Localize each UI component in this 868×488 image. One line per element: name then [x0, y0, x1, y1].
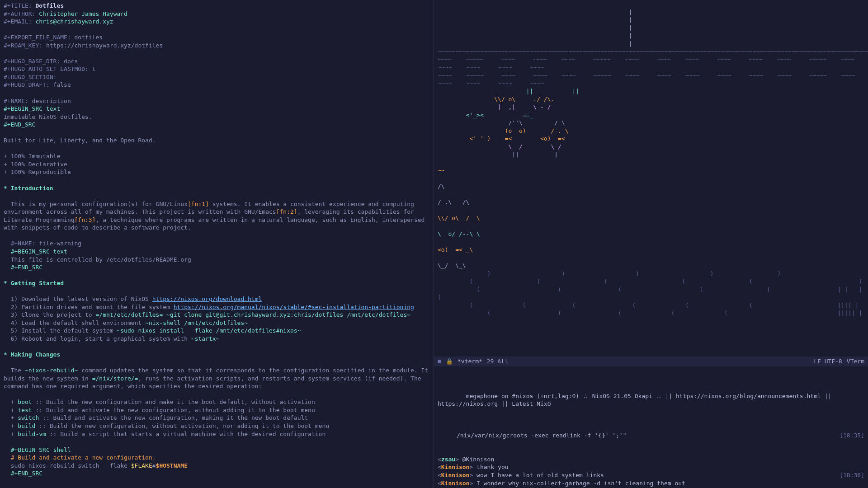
encoding: LF UTF-8: [814, 357, 842, 366]
vterm-content: | | | |: [434, 0, 868, 366]
irc-nick: Kinnison: [441, 464, 470, 470]
org-buffer[interactable]: #+TITLE: Dotfiles #+AUTHOR: Christopher …: [0, 0, 434, 488]
irc-nick: Kinnison: [441, 472, 470, 479]
statusbar-vterm: 🔒 *vterm* 29 All LF UTF-8 VTerm: [434, 357, 868, 366]
irc-line: <Kinnison> I wonder why nix-collect-garb…: [438, 479, 864, 488]
irc-line: [18:36]<Kinnison> wow I have a lot of ol…: [438, 471, 864, 479]
vterm-buffer[interactable]: | | | |: [434, 0, 868, 366]
irc-line: <Kinnison> thank you: [438, 463, 864, 471]
timestamp: [18:35]: [840, 432, 864, 440]
irc-nick: Kinnison: [441, 480, 470, 487]
irc-buffer[interactable]: megaphone on #nixos (+nrt,lag:0) ⛬ NixOS…: [434, 366, 868, 488]
irc-topic: megaphone on #nixos (+nrt,lag:0) ⛬ NixOS…: [438, 384, 864, 416]
org-text: #+TITLE: Dotfiles #+AUTHOR: Christopher …: [4, 2, 430, 478]
org-content: #+TITLE: Dotfiles #+AUTHOR: Christopher …: [4, 2, 430, 488]
ascii-art: | | | |: [438, 8, 864, 317]
major-mode: VTerm: [847, 357, 864, 366]
timestamp: [18:36]: [840, 471, 864, 479]
irc-nick: zsau: [441, 456, 455, 463]
buffer-name: *vterm*: [458, 357, 482, 366]
lock-icon: 🔒: [446, 357, 453, 366]
buffer-position: 29 All: [487, 357, 508, 366]
status-dot-icon: [438, 360, 441, 363]
irc-line: <zsau> @Kinnison: [438, 455, 864, 464]
irc-content: megaphone on #nixos (+nrt,lag:0) ⛬ NixOS…: [434, 366, 868, 488]
